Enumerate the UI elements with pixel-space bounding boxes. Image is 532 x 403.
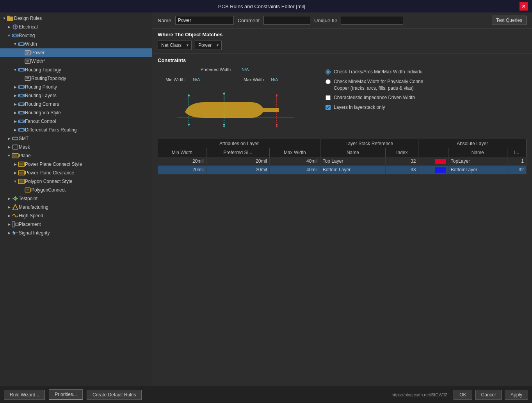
svg-rect-50 bbox=[19, 172, 23, 174]
ok-button[interactable]: OK bbox=[454, 390, 472, 400]
tree-item-power[interactable]: Power bbox=[0, 48, 152, 57]
attrs-header: Attributes on Layer bbox=[158, 139, 320, 148]
tree-item-polygon-connect-style[interactable]: ▼ Polygon Connect Style bbox=[0, 177, 152, 186]
routing-icon bbox=[18, 118, 25, 124]
rule-wizard-button[interactable]: Rule Wizard... bbox=[4, 390, 45, 400]
tree-item-power-plane-connect[interactable]: ▶ Power Plane Connect Style bbox=[0, 160, 152, 169]
plane-icon bbox=[18, 161, 25, 167]
tree-item-label: Power bbox=[31, 50, 44, 55]
expand-arrow: ▶ bbox=[12, 128, 18, 132]
tree-item-label: Placement bbox=[19, 222, 41, 227]
power-dropdown[interactable]: Power GND VCC bbox=[195, 41, 222, 50]
expand-arrow: ▼ bbox=[6, 154, 12, 158]
layer-attributes-table: Attributes on Layer Layer Stack Referenc… bbox=[158, 139, 527, 174]
tree-item-smt[interactable]: ▶ SMT bbox=[0, 134, 152, 143]
tree-item-design-rules[interactable]: ▼ Design Rules bbox=[0, 14, 152, 23]
tree-item-label: PolygonConnect bbox=[31, 187, 66, 193]
expand-arrow bbox=[19, 51, 24, 55]
tree-item-fanout-control[interactable]: ▶ Fanout Control bbox=[0, 117, 152, 126]
cancel-button[interactable]: Cancel bbox=[475, 390, 502, 400]
netclass-dropdown[interactable]: Net Class Net Layer bbox=[158, 41, 192, 50]
min-max-width-row: Min Width N/A Max Width N/A bbox=[158, 77, 318, 85]
constraints-title: Constraints bbox=[158, 57, 527, 63]
expand-arrow: ▼ bbox=[12, 68, 18, 72]
tree-item-routing[interactable]: ▼ Routing bbox=[0, 31, 152, 40]
tree-item-polygon-connect[interactable]: PolygonConnect bbox=[0, 186, 152, 194]
tree-item-routing-via-style[interactable]: ▶ Routing Via Style bbox=[0, 108, 152, 117]
svg-point-30 bbox=[23, 95, 24, 96]
tree-item-label: RoutingTopology bbox=[31, 76, 66, 81]
plane-icon bbox=[12, 153, 19, 159]
tree-panel: ▼ Design Rules ▶ Electrical ▼ Routing ▼ … bbox=[0, 12, 152, 386]
col-pref-si: Preferred Si... bbox=[206, 148, 269, 157]
tree-item-label: Routing Topology bbox=[25, 67, 61, 73]
comment-input[interactable] bbox=[263, 16, 310, 25]
close-button[interactable]: ✕ bbox=[520, 2, 528, 11]
table-row[interactable]: 20mil 20mil 40mil Bottom Layer 33 Bottom… bbox=[158, 165, 527, 174]
svg-point-36 bbox=[23, 112, 24, 113]
tree-item-power-plane-clearance[interactable]: ▶ Power Plane Clearance bbox=[0, 169, 152, 177]
tree-item-signal-integrity[interactable]: ▶ Signal Integrity bbox=[0, 229, 152, 237]
tree-item-label: Polygon Connect Style bbox=[25, 179, 72, 184]
svg-marker-65 bbox=[188, 94, 190, 96]
routing-icon bbox=[18, 92, 25, 99]
tree-item-label: Signal Integrity bbox=[19, 230, 50, 236]
name-input[interactable] bbox=[175, 16, 234, 25]
match-dropdowns: Net Class Net Layer Power GND VCC bbox=[158, 41, 527, 50]
table-row[interactable]: 20mil 20mil 40mil Top Layer 32 TopLayer … bbox=[158, 157, 527, 166]
option-radio-1[interactable] bbox=[326, 69, 331, 75]
constraints-section: Constraints Preferred Width N/A Min Widt… bbox=[152, 53, 532, 386]
cell-name: Top Layer bbox=[320, 157, 386, 166]
right-panel: Name Comment Unique ID Test Queries Wher… bbox=[152, 12, 532, 386]
expand-arrow: ▶ bbox=[12, 102, 18, 106]
svg-marker-60 bbox=[12, 204, 18, 210]
tree-item-routing-priority[interactable]: ▶ Routing Priority bbox=[0, 83, 152, 91]
tree-item-label: Routing bbox=[19, 33, 35, 38]
tree-item-routing-corners[interactable]: ▶ Routing Corners bbox=[0, 100, 152, 108]
col-abs-name: Name bbox=[448, 148, 507, 157]
priorities-button[interactable]: Priorities... bbox=[49, 389, 83, 400]
test-queries-button[interactable]: Test Queries bbox=[492, 16, 527, 25]
tree-item-routing-layers[interactable]: ▶ Routing Layers bbox=[0, 91, 152, 100]
manufacturing-icon bbox=[12, 204, 19, 210]
tree-item-routing-topology-child[interactable]: RoutingTopology bbox=[0, 74, 152, 83]
tree-item-width[interactable]: ▼ Width bbox=[0, 40, 152, 48]
tree-item-label: Manufacturing bbox=[19, 204, 48, 210]
tree-item-placement[interactable]: ▶ Placement bbox=[0, 220, 152, 229]
col-min-width: Min Width bbox=[158, 148, 206, 157]
preferred-width-label: Preferred Width bbox=[201, 67, 231, 72]
rule-icon bbox=[24, 75, 31, 82]
tree-item-width-star[interactable]: Width* bbox=[0, 57, 152, 66]
cell-min-width: 20mil bbox=[158, 165, 206, 174]
width-shape-svg bbox=[158, 87, 310, 133]
stack-header: Layer Stack Reference bbox=[320, 139, 418, 148]
tree-item-high-speed[interactable]: ▶ High Speed bbox=[0, 211, 152, 220]
unique-id-input[interactable] bbox=[341, 16, 403, 25]
option-radio-2[interactable] bbox=[326, 79, 331, 84]
option-row-1: Check Tracks/Arcs Min/Max Width Individu bbox=[326, 69, 423, 75]
create-default-rules-button[interactable]: Create Default Rules bbox=[87, 390, 142, 400]
min-width-value: N/A bbox=[193, 77, 200, 82]
tree-item-electrical[interactable]: ▶ Electrical bbox=[0, 23, 152, 31]
option-label-2: Check Min/Max Width for Physically Conne… bbox=[334, 78, 423, 92]
expand-arrow: ▶ bbox=[6, 137, 12, 140]
apply-button[interactable]: Apply bbox=[505, 390, 528, 400]
tree-item-routing-topology[interactable]: ▼ Routing Topology bbox=[0, 66, 152, 74]
options-panel: Check Tracks/Arcs Min/Max Width Individu… bbox=[326, 69, 423, 111]
tree-item-plane[interactable]: ▼ Plane bbox=[0, 151, 152, 160]
cell-abs-name: BottomLayer bbox=[448, 165, 507, 174]
option-checkbox-3[interactable] bbox=[326, 95, 331, 100]
absolute-header: Absolute Layer bbox=[418, 139, 527, 148]
svg-rect-62 bbox=[16, 223, 18, 226]
svg-marker-71 bbox=[276, 94, 278, 96]
svg-point-42 bbox=[23, 129, 24, 130]
tree-item-mask[interactable]: ▶ Mask bbox=[0, 143, 152, 151]
tree-item-manufacturing[interactable]: ▶ Manufacturing bbox=[0, 203, 152, 211]
tree-item-testpoint[interactable]: ▶ Testpoint bbox=[0, 194, 152, 203]
table-area: Attributes on Layer Layer Stack Referenc… bbox=[158, 139, 527, 174]
option-checkbox-4[interactable] bbox=[326, 105, 331, 110]
col-abs-index: I... bbox=[507, 148, 526, 157]
tree-item-label: Power Plane Clearance bbox=[25, 170, 74, 176]
tree-item-differential-pairs[interactable]: ▶ Differential Pairs Routing bbox=[0, 126, 152, 134]
svg-rect-52 bbox=[19, 180, 23, 183]
